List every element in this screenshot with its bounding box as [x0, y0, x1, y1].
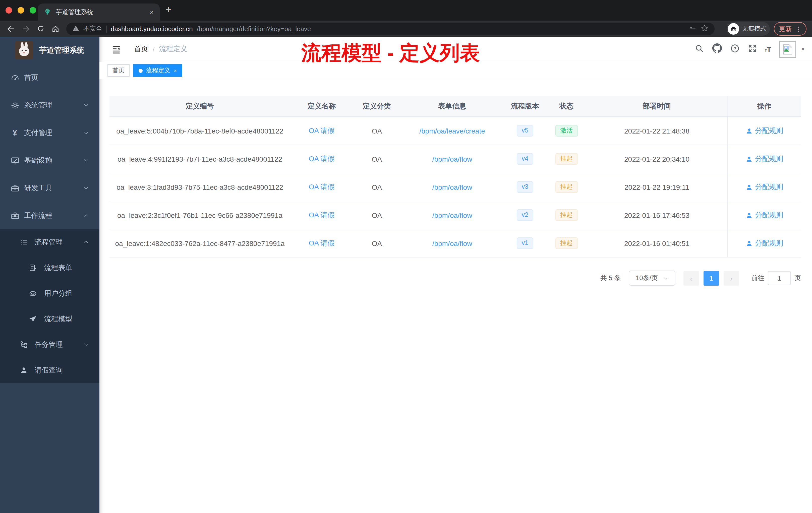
- column-header: 部署时间: [586, 96, 727, 117]
- back-icon[interactable]: [6, 24, 15, 33]
- sidebar-item-process-model[interactable]: 流程模型: [0, 306, 99, 332]
- github-icon[interactable]: [712, 43, 722, 55]
- help-icon[interactable]: ?: [730, 43, 740, 55]
- favicon-plant-icon: [44, 7, 51, 17]
- flow-nodes-icon: [19, 340, 29, 349]
- form-link[interactable]: /bpm/oa/flow: [432, 155, 472, 163]
- sidebar-item-label: 支付管理: [24, 128, 52, 137]
- window-close-button[interactable]: [5, 7, 12, 13]
- logo-avatar: [15, 41, 33, 59]
- tag-close-icon[interactable]: ×: [174, 67, 177, 73]
- goto-page-input[interactable]: [768, 271, 791, 285]
- prev-page-button[interactable]: ‹: [684, 271, 699, 285]
- url-bar[interactable]: 不安全 dashboard.yudao.iocoder.cn/bpm/manag…: [66, 23, 715, 35]
- password-key-icon[interactable]: [689, 24, 696, 34]
- sidebar-item-devtools[interactable]: 研发工具: [0, 174, 99, 202]
- sidebar-item-workflow[interactable]: 工作流程: [0, 202, 99, 230]
- definition-name-link[interactable]: OA 请假: [309, 182, 335, 191]
- incognito-badge: 无痕模式: [727, 22, 770, 36]
- definition-name-link[interactable]: OA 请假: [309, 239, 335, 248]
- tag-label: 首页: [113, 66, 124, 75]
- chevron-down-icon: [83, 102, 89, 109]
- definition-name-link[interactable]: OA 请假: [309, 126, 335, 135]
- tab-close-icon[interactable]: ×: [150, 9, 154, 15]
- tag-process-definition[interactable]: 流程定义 ×: [133, 64, 182, 77]
- sidebar-item-label: 请假查询: [35, 366, 63, 375]
- assign-rule-button[interactable]: 分配规则: [746, 182, 783, 191]
- sidebar-item-label: 首页: [24, 73, 38, 82]
- browser-menu-dots-icon[interactable]: ⋮: [795, 25, 802, 32]
- toolbox-icon: [10, 183, 20, 192]
- search-icon[interactable]: [694, 43, 704, 55]
- new-tab-button[interactable]: +: [166, 4, 171, 15]
- breadcrumb-current: 流程定义: [159, 45, 187, 54]
- form-link[interactable]: /bpm/oa/flow: [432, 183, 472, 191]
- sidebar-item-task-mgmt[interactable]: 任务管理: [0, 332, 99, 357]
- forward-icon[interactable]: [22, 24, 30, 33]
- cell-deploy-time: 2022-01-16 01:40:51: [586, 230, 727, 257]
- sidebar-item-label: 任务管理: [35, 340, 63, 349]
- table-row: oa_leave:4:991f2193-7b7f-11ec-a3c8-acde4…: [110, 145, 801, 173]
- browser-tab[interactable]: 芋道管理系统 ×: [38, 3, 160, 21]
- column-header: 流程版本: [504, 96, 546, 117]
- font-size-icon[interactable]: tT: [765, 46, 771, 53]
- sidebar-item-label: 基础设施: [24, 156, 52, 165]
- window-controls: [5, 7, 36, 13]
- sidebar-item-home[interactable]: 首页: [0, 64, 99, 91]
- breadcrumb-home[interactable]: 首页: [134, 45, 148, 54]
- definition-name-link[interactable]: OA 请假: [309, 154, 335, 163]
- window-minimize-button[interactable]: [18, 7, 24, 13]
- avatar[interactable]: [779, 41, 796, 58]
- next-page-button[interactable]: ›: [724, 271, 739, 285]
- sidebar-collapse-icon[interactable]: [112, 44, 121, 54]
- url-divider: [106, 25, 107, 32]
- assign-rule-label: 分配规则: [755, 126, 783, 135]
- table-row: oa_leave:5:004b710b-7b8a-11ec-8ef0-acde4…: [110, 117, 801, 145]
- form-link[interactable]: /bpm/oa/flow: [432, 211, 472, 219]
- sidebar-item-process-form[interactable]: 流程表单: [0, 255, 99, 280]
- assign-rule-label: 分配规则: [755, 182, 783, 191]
- page-size-select[interactable]: 10条/页: [629, 271, 675, 285]
- sidebar-item-infra[interactable]: 基础设施: [0, 147, 99, 174]
- cell-definition-id: oa_leave:5:004b710b-7b8a-11ec-8ef0-acde4…: [110, 117, 290, 145]
- sidebar-item-user-group[interactable]: 用户分组: [0, 280, 99, 306]
- sidebar-item-system[interactable]: 系统管理: [0, 91, 99, 119]
- window-zoom-button[interactable]: [30, 7, 36, 13]
- reload-icon[interactable]: [37, 25, 45, 33]
- security-label[interactable]: 不安全: [83, 25, 102, 33]
- browser-update-button[interactable]: 更新 ⋮: [774, 22, 807, 36]
- status-badge: 挂起: [555, 153, 578, 164]
- user-icon: [19, 366, 29, 374]
- goto-label: 前往: [751, 274, 764, 282]
- bookmark-star-icon[interactable]: [700, 24, 708, 34]
- form-link[interactable]: /bpm/oa/flow: [432, 239, 472, 247]
- assign-rule-button[interactable]: 分配规则: [746, 126, 783, 135]
- chevron-down-icon: [83, 157, 89, 163]
- browser-tabstrip: 芋道管理系统 × +: [0, 0, 812, 21]
- header-actions: ? tT ▼: [694, 41, 805, 58]
- assign-rule-button[interactable]: 分配规则: [746, 239, 783, 248]
- version-badge: v5: [517, 125, 533, 137]
- warning-icon: [72, 24, 79, 33]
- column-header: 定义名称: [290, 96, 353, 117]
- chevron-up-icon: [83, 239, 89, 245]
- table-row: oa_leave:1:482ec033-762a-11ec-8477-a2380…: [110, 230, 801, 258]
- assign-rule-button[interactable]: 分配规则: [746, 211, 783, 220]
- version-badge: v4: [517, 153, 533, 164]
- home-icon[interactable]: [51, 24, 60, 33]
- sidebar-item-payment[interactable]: ¥ 支付管理: [0, 119, 99, 147]
- column-header: 状态: [546, 96, 586, 117]
- avatar-caret-icon[interactable]: ▼: [801, 47, 805, 52]
- sidebar-item-leave-query[interactable]: 请假查询: [0, 357, 99, 383]
- sidebar-item-label: 用户分组: [44, 289, 72, 298]
- definition-name-link[interactable]: OA 请假: [309, 211, 335, 220]
- assign-rule-label: 分配规则: [755, 154, 783, 163]
- sidebar-logo[interactable]: 芋道管理系统: [0, 37, 99, 64]
- dashboard-gauge-icon: [10, 73, 20, 82]
- current-page-button[interactable]: 1: [703, 271, 719, 285]
- fullscreen-icon[interactable]: [748, 43, 757, 55]
- form-link[interactable]: /bpm/oa/leave/create: [419, 127, 485, 135]
- tag-home[interactable]: 首页: [108, 64, 129, 77]
- assign-rule-button[interactable]: 分配规则: [746, 154, 783, 163]
- sidebar-item-process-mgmt[interactable]: 流程管理: [0, 230, 99, 255]
